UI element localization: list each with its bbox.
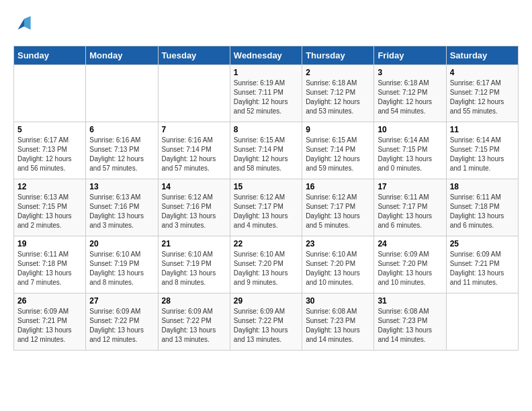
day-number: 23	[306, 239, 370, 248]
day-info: Sunrise: 6:08 AMSunset: 7:23 PMDaylight:…	[378, 307, 442, 345]
day-number: 12	[17, 182, 82, 191]
day-info: Sunrise: 6:11 AMSunset: 7:18 PMDaylight:…	[450, 193, 515, 230]
day-info: Sunrise: 6:10 AMSunset: 7:19 PMDaylight:…	[162, 250, 226, 287]
day-number: 8	[234, 125, 298, 134]
calendar-day-cell: 10Sunrise: 6:14 AMSunset: 7:15 PMDayligh…	[374, 122, 446, 179]
day-info: Sunrise: 6:13 AMSunset: 7:15 PMDaylight:…	[17, 193, 82, 230]
calendar-day-cell: 3Sunrise: 6:18 AMSunset: 7:12 PMDaylight…	[374, 65, 446, 122]
calendar-day-cell: 29Sunrise: 6:09 AMSunset: 7:22 PMDayligh…	[230, 293, 302, 351]
day-number: 27	[89, 296, 154, 306]
calendar-day-cell: 19Sunrise: 6:11 AMSunset: 7:18 PMDayligh…	[14, 236, 86, 293]
day-of-week-header: Thursday	[302, 46, 374, 65]
calendar-day-cell: 5Sunrise: 6:17 AMSunset: 7:13 PMDaylight…	[14, 122, 86, 179]
calendar-week-row: 19Sunrise: 6:11 AMSunset: 7:18 PMDayligh…	[14, 236, 519, 293]
day-number: 7	[162, 125, 226, 134]
calendar-day-cell	[446, 293, 518, 351]
day-number: 24	[378, 239, 442, 248]
calendar-week-row: 12Sunrise: 6:13 AMSunset: 7:15 PMDayligh…	[14, 179, 519, 236]
calendar-day-cell: 31Sunrise: 6:08 AMSunset: 7:23 PMDayligh…	[374, 293, 446, 351]
day-info: Sunrise: 6:15 AMSunset: 7:14 PMDaylight:…	[306, 136, 370, 173]
calendar-day-cell: 6Sunrise: 6:16 AMSunset: 7:13 PMDaylight…	[86, 122, 158, 179]
calendar-day-cell: 12Sunrise: 6:13 AMSunset: 7:15 PMDayligh…	[14, 179, 86, 236]
calendar-day-cell: 4Sunrise: 6:17 AMSunset: 7:12 PMDaylight…	[446, 65, 518, 122]
day-number: 3	[378, 68, 442, 77]
day-number: 26	[17, 296, 82, 306]
day-info: Sunrise: 6:09 AMSunset: 7:22 PMDaylight:…	[162, 307, 226, 345]
day-of-week-header: Sunday	[14, 46, 86, 65]
day-number: 29	[234, 296, 298, 306]
day-info: Sunrise: 6:16 AMSunset: 7:13 PMDaylight:…	[89, 136, 154, 173]
calendar-day-cell: 11Sunrise: 6:14 AMSunset: 7:15 PMDayligh…	[446, 122, 518, 179]
day-info: Sunrise: 6:10 AMSunset: 7:19 PMDaylight:…	[89, 250, 154, 287]
day-info: Sunrise: 6:16 AMSunset: 7:14 PMDaylight:…	[162, 136, 226, 173]
day-info: Sunrise: 6:09 AMSunset: 7:21 PMDaylight:…	[17, 307, 82, 345]
day-number: 31	[378, 296, 442, 306]
day-info: Sunrise: 6:13 AMSunset: 7:16 PMDaylight:…	[89, 193, 154, 230]
day-of-week-header: Wednesday	[230, 46, 302, 65]
calendar-day-cell: 30Sunrise: 6:08 AMSunset: 7:23 PMDayligh…	[302, 293, 374, 351]
day-of-week-header: Tuesday	[158, 46, 230, 65]
day-info: Sunrise: 6:18 AMSunset: 7:12 PMDaylight:…	[306, 79, 370, 116]
day-number: 5	[17, 125, 82, 134]
calendar-day-cell: 20Sunrise: 6:10 AMSunset: 7:19 PMDayligh…	[86, 236, 158, 293]
calendar-day-cell: 21Sunrise: 6:10 AMSunset: 7:19 PMDayligh…	[158, 236, 230, 293]
day-number: 14	[162, 182, 226, 191]
calendar-day-cell: 7Sunrise: 6:16 AMSunset: 7:14 PMDaylight…	[158, 122, 230, 179]
day-info: Sunrise: 6:09 AMSunset: 7:21 PMDaylight:…	[450, 250, 515, 287]
day-info: Sunrise: 6:14 AMSunset: 7:15 PMDaylight:…	[450, 136, 515, 173]
logo-bird-icon	[13, 13, 35, 35]
day-of-week-header: Saturday	[446, 46, 518, 65]
calendar-day-cell: 14Sunrise: 6:12 AMSunset: 7:16 PMDayligh…	[158, 179, 230, 236]
day-number: 13	[89, 182, 154, 191]
day-info: Sunrise: 6:19 AMSunset: 7:11 PMDaylight:…	[234, 79, 298, 116]
day-info: Sunrise: 6:15 AMSunset: 7:14 PMDaylight:…	[234, 136, 298, 173]
day-number: 6	[89, 125, 154, 134]
calendar-day-cell: 27Sunrise: 6:09 AMSunset: 7:22 PMDayligh…	[86, 293, 158, 351]
page-header	[13, 13, 519, 35]
day-number: 17	[378, 182, 442, 191]
svg-marker-1	[24, 16, 31, 30]
calendar-day-cell: 16Sunrise: 6:12 AMSunset: 7:17 PMDayligh…	[302, 179, 374, 236]
day-info: Sunrise: 6:12 AMSunset: 7:17 PMDaylight:…	[306, 193, 370, 230]
day-number: 11	[450, 125, 515, 134]
calendar-table: SundayMondayTuesdayWednesdayThursdayFrid…	[13, 46, 519, 351]
calendar-day-cell: 26Sunrise: 6:09 AMSunset: 7:21 PMDayligh…	[14, 293, 86, 351]
day-of-week-header: Monday	[86, 46, 158, 65]
calendar-day-cell: 25Sunrise: 6:09 AMSunset: 7:21 PMDayligh…	[446, 236, 518, 293]
calendar-day-cell: 15Sunrise: 6:12 AMSunset: 7:17 PMDayligh…	[230, 179, 302, 236]
day-number: 4	[450, 68, 515, 77]
day-info: Sunrise: 6:14 AMSunset: 7:15 PMDaylight:…	[378, 136, 442, 173]
day-info: Sunrise: 6:17 AMSunset: 7:12 PMDaylight:…	[450, 79, 515, 116]
day-of-week-header: Friday	[374, 46, 446, 65]
day-info: Sunrise: 6:18 AMSunset: 7:12 PMDaylight:…	[378, 79, 442, 116]
logo	[13, 13, 39, 35]
day-info: Sunrise: 6:12 AMSunset: 7:16 PMDaylight:…	[162, 193, 226, 230]
day-info: Sunrise: 6:11 AMSunset: 7:18 PMDaylight:…	[17, 250, 82, 287]
day-info: Sunrise: 6:09 AMSunset: 7:22 PMDaylight:…	[234, 307, 298, 345]
calendar-day-cell: 28Sunrise: 6:09 AMSunset: 7:22 PMDayligh…	[158, 293, 230, 351]
calendar-day-cell: 1Sunrise: 6:19 AMSunset: 7:11 PMDaylight…	[230, 65, 302, 122]
day-number: 1	[234, 68, 298, 77]
day-number: 2	[306, 68, 370, 77]
day-info: Sunrise: 6:10 AMSunset: 7:20 PMDaylight:…	[234, 250, 298, 287]
calendar-day-cell	[158, 65, 230, 122]
calendar-day-cell: 23Sunrise: 6:10 AMSunset: 7:20 PMDayligh…	[302, 236, 374, 293]
calendar-week-row: 26Sunrise: 6:09 AMSunset: 7:21 PMDayligh…	[14, 293, 519, 351]
day-number: 19	[17, 239, 82, 248]
calendar-day-cell: 17Sunrise: 6:11 AMSunset: 7:17 PMDayligh…	[374, 179, 446, 236]
calendar-day-cell	[86, 65, 158, 122]
calendar-day-cell: 13Sunrise: 6:13 AMSunset: 7:16 PMDayligh…	[86, 179, 158, 236]
day-number: 25	[450, 239, 515, 248]
day-info: Sunrise: 6:17 AMSunset: 7:13 PMDaylight:…	[17, 136, 82, 173]
day-info: Sunrise: 6:09 AMSunset: 7:20 PMDaylight:…	[378, 250, 442, 287]
calendar-day-cell: 2Sunrise: 6:18 AMSunset: 7:12 PMDaylight…	[302, 65, 374, 122]
calendar-header-row: SundayMondayTuesdayWednesdayThursdayFrid…	[14, 46, 519, 65]
day-info: Sunrise: 6:08 AMSunset: 7:23 PMDaylight:…	[306, 307, 370, 345]
day-number: 21	[162, 239, 226, 248]
calendar-day-cell: 18Sunrise: 6:11 AMSunset: 7:18 PMDayligh…	[446, 179, 518, 236]
day-number: 15	[234, 182, 298, 191]
calendar-day-cell: 8Sunrise: 6:15 AMSunset: 7:14 PMDaylight…	[230, 122, 302, 179]
day-number: 18	[450, 182, 515, 191]
day-info: Sunrise: 6:11 AMSunset: 7:17 PMDaylight:…	[378, 193, 442, 230]
day-number: 16	[306, 182, 370, 191]
